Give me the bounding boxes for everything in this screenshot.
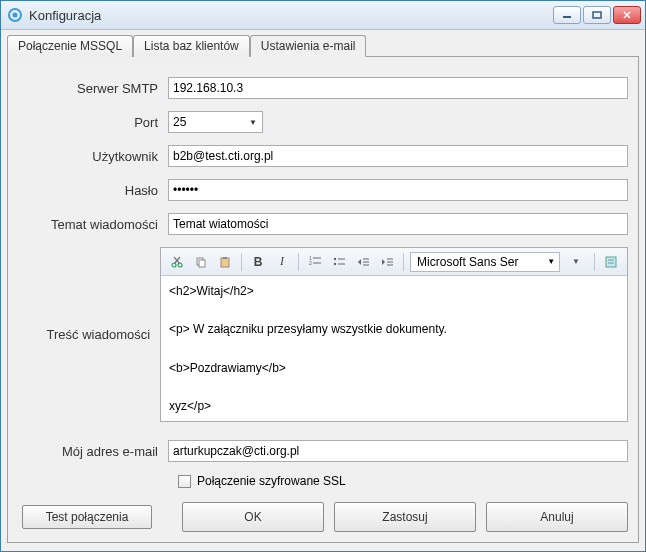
italic-icon[interactable]: I <box>272 252 292 272</box>
label-user: Użytkownik <box>18 149 168 164</box>
client-area: Połączenie MSSQL Lista baz klientów Usta… <box>1 30 645 551</box>
myemail-input[interactable] <box>168 440 628 462</box>
cancel-button[interactable]: Anuluj <box>486 502 628 532</box>
chevron-down-icon: ▼ <box>244 118 262 127</box>
svg-text:2: 2 <box>309 260 312 266</box>
label-subject: Temat wiadomości <box>18 217 168 232</box>
font-combo[interactable]: Microsoft Sans Ser ▼ <box>410 252 560 272</box>
select-all-icon[interactable] <box>601 252 621 272</box>
font-name: Microsoft Sans Ser <box>417 255 518 269</box>
bold-icon[interactable]: B <box>248 252 268 272</box>
test-connection-button[interactable]: Test połączenia <box>22 505 152 529</box>
ok-button[interactable]: OK <box>182 502 324 532</box>
cut-icon[interactable] <box>167 252 187 272</box>
app-icon <box>7 7 23 23</box>
outdent-icon[interactable] <box>353 252 373 272</box>
tab-panel-email: Serwer SMTP Port 25 ▼ Użytkownik <box>7 56 639 543</box>
password-input[interactable] <box>168 179 628 201</box>
titlebar: Konfiguracja <box>1 1 645 30</box>
window-controls <box>553 6 641 24</box>
toolbar-separator <box>298 253 299 271</box>
svg-point-20 <box>334 262 336 264</box>
close-button[interactable] <box>613 6 641 24</box>
toolbar-separator <box>403 253 404 271</box>
list-numbered-icon[interactable]: 12 <box>305 252 325 272</box>
label-pass: Hasło <box>18 183 168 198</box>
tabstrip: Połączenie MSSQL Lista baz klientów Usta… <box>7 34 639 56</box>
tab-clients[interactable]: Lista baz klientów <box>133 35 250 57</box>
editor-textarea[interactable]: <h2>Witaj</h2> <p> W załączniku przesyła… <box>161 276 627 421</box>
subject-input[interactable] <box>168 213 628 235</box>
indent-icon[interactable] <box>377 252 397 272</box>
ssl-checkbox[interactable] <box>178 475 191 488</box>
config-window: Konfiguracja Połączenie MSSQL Lista baz … <box>0 0 646 552</box>
tab-mssql[interactable]: Połączenie MSSQL <box>7 35 133 57</box>
svg-marker-22 <box>358 259 361 265</box>
svg-rect-30 <box>606 257 616 267</box>
port-value: 25 <box>169 115 244 129</box>
chevron-down-icon[interactable]: ▼ <box>564 257 588 266</box>
toolbar-separator <box>241 253 242 271</box>
svg-point-18 <box>334 257 336 259</box>
rich-editor: B I 12 Microsoft Sans Ser ▼ <box>160 247 628 422</box>
label-smtp: Serwer SMTP <box>18 81 168 96</box>
apply-button[interactable]: Zastosuj <box>334 502 476 532</box>
svg-marker-26 <box>382 259 385 265</box>
label-port: Port <box>18 115 168 130</box>
svg-rect-11 <box>199 260 205 267</box>
tab-email[interactable]: Ustawienia e-mail <box>250 35 367 57</box>
editor-toolbar: B I 12 Microsoft Sans Ser ▼ <box>161 248 627 276</box>
button-bar: Test połączenia OK Zastosuj Anuluj <box>18 502 628 532</box>
paste-icon[interactable] <box>215 252 235 272</box>
svg-rect-12 <box>221 258 229 267</box>
user-input[interactable] <box>168 145 628 167</box>
svg-rect-13 <box>223 257 227 259</box>
label-myemail: Mój adres e-mail <box>18 444 168 459</box>
minimize-button[interactable] <box>553 6 581 24</box>
svg-rect-3 <box>593 12 601 18</box>
smtp-input[interactable] <box>168 77 628 99</box>
copy-icon[interactable] <box>191 252 211 272</box>
toolbar-separator <box>594 253 595 271</box>
ssl-label: Połączenie szyfrowane SSL <box>197 474 346 488</box>
port-combo[interactable]: 25 ▼ <box>168 111 263 133</box>
window-title: Konfiguracja <box>29 8 553 23</box>
svg-point-1 <box>13 13 18 18</box>
chevron-down-icon: ▼ <box>541 257 555 266</box>
list-bullet-icon[interactable] <box>329 252 349 272</box>
label-body: Treść wiadomości <box>18 247 160 342</box>
maximize-button[interactable] <box>583 6 611 24</box>
